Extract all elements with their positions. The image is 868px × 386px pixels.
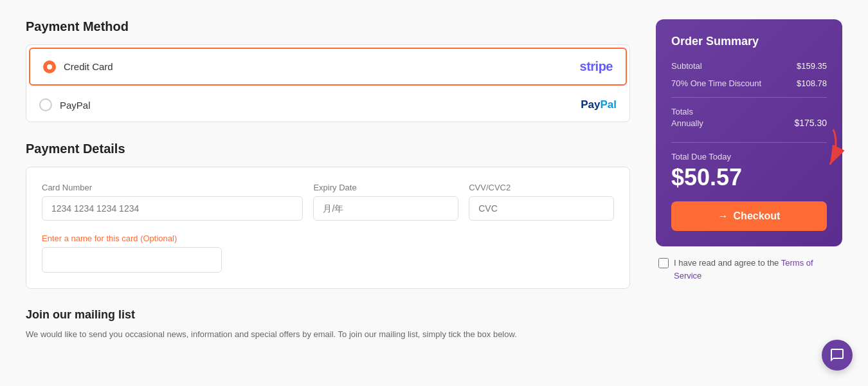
discount-row: 70% One Time Discount $108.78	[671, 78, 827, 88]
subtotal-label: Subtotal	[671, 61, 702, 71]
mailing-title: Join our mailing list	[26, 308, 630, 322]
expiry-label: Expiry Date	[313, 183, 458, 192]
terms-checkbox[interactable]	[658, 258, 669, 268]
total-due-amount: $50.57	[671, 164, 827, 191]
mailing-section: Join our mailing list We would like to s…	[26, 308, 630, 342]
cvv-input[interactable]	[469, 196, 614, 221]
order-summary: Order Summary Subtotal $159.35 70% One T…	[656, 19, 842, 246]
totals-annually-value: $175.30	[794, 118, 827, 128]
card-number-label: Card Number	[42, 183, 303, 192]
discount-label: 70% One Time Discount	[671, 78, 761, 88]
order-summary-title: Order Summary	[671, 35, 827, 48]
mailing-text: We would like to send you occasional new…	[26, 328, 630, 342]
card-name-label: Enter a name for this card (Optional)	[42, 234, 614, 243]
subtotal-row: Subtotal $159.35	[671, 61, 827, 71]
checkout-arrow-icon: →	[718, 210, 728, 222]
payment-details-box: Card Number Expiry Date CVV/CVC2 Enter a…	[26, 167, 630, 289]
sidebar: Order Summary Subtotal $159.35 70% One T…	[656, 19, 842, 342]
discount-value: $108.78	[797, 78, 827, 88]
order-divider-2	[671, 142, 827, 143]
cvv-group: CVV/CVC2	[469, 183, 614, 221]
cvv-label: CVV/CVC2	[469, 183, 614, 192]
credit-card-label: Credit Card	[64, 61, 580, 72]
paypal-radio[interactable]	[39, 98, 52, 111]
totals-annually-label: Annually	[671, 118, 703, 128]
card-name-input[interactable]	[42, 247, 222, 273]
paypal-option[interactable]: PayPal PayPal	[26, 88, 629, 122]
terms-text: I have read and agree to the Terms of Se…	[674, 257, 840, 282]
payment-methods-container: Credit Card stripe PayPal PayPal	[26, 44, 630, 122]
credit-card-option[interactable]: Credit Card stripe	[29, 48, 627, 86]
total-due-label: Total Due Today	[671, 152, 827, 161]
card-number-group: Card Number	[42, 183, 303, 221]
order-divider	[671, 97, 827, 98]
card-number-input[interactable]	[42, 196, 303, 221]
payment-details-title: Payment Details	[26, 142, 630, 156]
chat-icon	[829, 347, 845, 361]
expiry-input[interactable]	[313, 196, 458, 221]
paypal-logo: PayPal	[581, 98, 617, 111]
card-name-group: Enter a name for this card (Optional)	[42, 234, 614, 273]
credit-card-radio[interactable]	[43, 60, 56, 73]
paypal-label: PayPal	[60, 100, 581, 111]
totals-section: Totals Annually $175.30	[671, 107, 827, 133]
payment-method-title: Payment Method	[26, 19, 630, 34]
checkout-label: Checkout	[734, 210, 781, 222]
subtotal-value: $159.35	[797, 61, 827, 71]
totals-label: Totals	[671, 107, 827, 116]
expiry-group: Expiry Date	[313, 183, 458, 221]
checkout-button[interactable]: → Checkout	[671, 201, 827, 231]
terms-section: I have read and agree to the Terms of Se…	[656, 257, 842, 282]
stripe-logo: stripe	[580, 59, 613, 74]
